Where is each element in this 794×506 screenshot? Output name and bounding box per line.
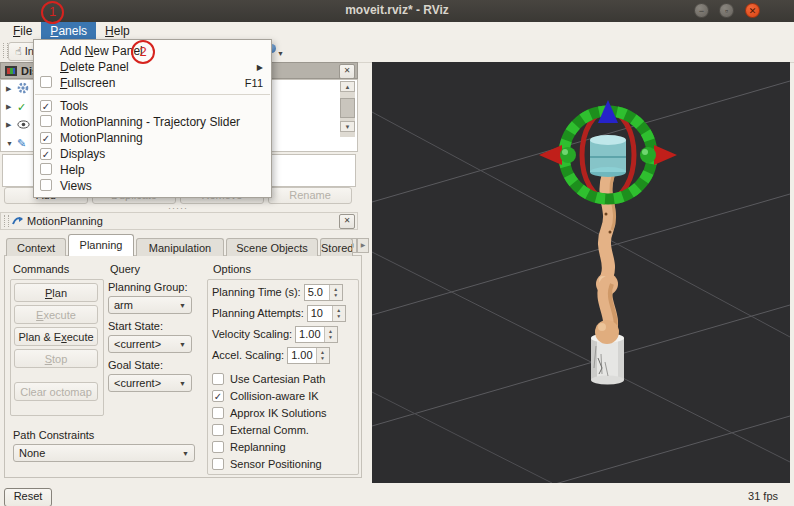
checkbox-label: External Comm.: [230, 424, 309, 436]
minimize-button[interactable]: −: [694, 3, 709, 18]
checkbox-label: Replanning: [230, 441, 286, 453]
toolbar-overflow-icon[interactable]: ▼: [277, 50, 284, 57]
spinner-box[interactable]: 5.0▲▼: [304, 284, 343, 301]
checkbox-replanning[interactable]: Replanning: [212, 438, 354, 455]
execute-button[interactable]: Execute: [14, 305, 98, 324]
checkbox-icon: [40, 76, 52, 88]
scrollbar-thumb[interactable]: [340, 98, 355, 118]
combo-value: <current>: [114, 338, 161, 350]
clear-octomap-button[interactable]: Clear octomap: [14, 382, 98, 401]
tab-scene-objects[interactable]: Scene Objects: [226, 238, 318, 256]
menu-gutter: ✓: [40, 99, 60, 113]
accel-scaling-spinner[interactable]: Accel. Scaling:1.00▲▼: [212, 346, 354, 364]
checkbox-collision-aware-ik[interactable]: ✓Collision-aware IK: [212, 387, 354, 404]
menu-item-motionplanning-trajectory-slider[interactable]: MotionPlanning - Trajectory Slider: [34, 114, 271, 130]
maximize-button[interactable]: ▫: [719, 3, 734, 18]
spinner-box[interactable]: 1.00▲▼: [287, 347, 329, 364]
menu-item-label: Views: [60, 179, 92, 193]
planning-time-s-spinner[interactable]: Planning Time (s):5.0▲▼: [212, 283, 354, 301]
menu-item-label: MotionPlanning: [60, 131, 143, 145]
panel-drag-handle[interactable]: [4, 215, 9, 227]
menu-item-label: Help: [60, 163, 85, 177]
chevron-down-icon: ▼: [179, 380, 186, 387]
checkbox-sensor-positioning[interactable]: Sensor Positioning: [212, 455, 354, 472]
hand-pointer-icon: ☝: [15, 45, 22, 57]
checkbox-use-cartesian-path[interactable]: Use Cartesian Path: [212, 370, 354, 387]
spinner-value: 1.00: [288, 348, 315, 363]
close-button[interactable]: ✕: [745, 3, 760, 18]
menu-item-motionplanning[interactable]: ✓MotionPlanning: [34, 130, 271, 146]
menu-item-tools[interactable]: ✓Tools: [34, 98, 271, 114]
menu-help[interactable]: Help: [96, 22, 139, 40]
menu-item-help[interactable]: Help: [34, 162, 271, 178]
path-constraints-heading: Path Constraints: [13, 429, 94, 441]
checkbox-approx-ik-solutions[interactable]: Approx IK Solutions: [212, 404, 354, 421]
tab-planning[interactable]: Planning: [68, 234, 134, 256]
stop-button[interactable]: Stop: [14, 349, 98, 368]
checkbox-icon[interactable]: [212, 458, 224, 470]
tab-manipulation[interactable]: Manipulation: [136, 238, 224, 256]
tab-context[interactable]: Context: [6, 238, 66, 256]
velocity-scaling-spinner[interactable]: Velocity Scaling:1.00▲▼: [212, 325, 354, 343]
checkbox-icon[interactable]: ✓: [212, 390, 224, 402]
chevron-down-icon: ▼: [179, 341, 186, 348]
fps-counter: 31 fps: [748, 490, 778, 502]
plan-execute-button[interactable]: Plan & Execute: [14, 327, 98, 346]
checkbox-icon: [40, 115, 52, 127]
scrollbar[interactable]: ▲ ▼: [340, 81, 355, 137]
menu-file[interactable]: File: [4, 22, 41, 40]
scroll-up-icon[interactable]: ▲: [340, 81, 355, 92]
motionplanning-panel-title: MotionPlanning: [27, 215, 103, 227]
titlebar[interactable]: moveit.rviz* - RViz − ▫ ✕: [0, 0, 794, 23]
path-constraints-select[interactable]: None ▼: [13, 444, 195, 462]
motionplanning-tabs: ContextPlanningManipulationScene Objects…: [6, 234, 353, 256]
scroll-down-icon[interactable]: ▼: [340, 121, 355, 132]
reset-button[interactable]: Reset: [4, 488, 52, 506]
spinner-box[interactable]: 1.00▲▼: [295, 326, 337, 343]
render-view[interactable]: [372, 62, 790, 483]
menu-item-displays[interactable]: ✓Displays: [34, 146, 271, 162]
goal-state-label: Goal State:: [108, 359, 192, 371]
menu-gutter: ✓: [40, 147, 60, 161]
spinner-value: 10: [308, 306, 332, 321]
check-icon: ✓: [17, 101, 31, 113]
menu-item-fullscreen[interactable]: FullscreenF11: [34, 75, 271, 91]
spinner-arrows-icon[interactable]: ▲▼: [329, 285, 342, 300]
checkbox-icon[interactable]: [212, 441, 224, 453]
spinner-arrows-icon[interactable]: ▲▼: [332, 306, 345, 321]
options-controls: Planning Time (s):5.0▲▼Planning Attempts…: [212, 283, 354, 472]
collapsed-arrow-icon[interactable]: ▶: [6, 85, 17, 93]
tab-stored-scenes[interactable]: Stored Scenes: [320, 238, 353, 256]
rename-button[interactable]: Rename: [268, 187, 352, 204]
spinner-box[interactable]: 10▲▼: [307, 305, 346, 322]
spinner-arrows-icon[interactable]: ▲▼: [316, 348, 329, 363]
menu-item-delete-panel[interactable]: Delete Panel▶: [34, 59, 271, 75]
menu-item-views[interactable]: Views: [34, 178, 271, 194]
checkbox-icon: ✓: [40, 132, 52, 144]
checkbox-icon[interactable]: [212, 424, 224, 436]
spinner-arrows-icon[interactable]: ▲▼: [324, 327, 337, 342]
menubar: FilePanelsHelp: [0, 22, 794, 40]
planning-group-select[interactable]: arm▼: [108, 296, 192, 314]
checkbox-icon: ✓: [40, 100, 52, 112]
checkbox-icon[interactable]: [212, 373, 224, 385]
tab-scroll-right-icon[interactable]: ▶: [357, 238, 369, 253]
collapsed-arrow-icon[interactable]: ▶: [6, 103, 17, 111]
menu-item-label: MotionPlanning - Trajectory Slider: [60, 115, 240, 129]
plan-button[interactable]: Plan: [14, 283, 98, 302]
planning-attempts-spinner[interactable]: Planning Attempts:10▲▼: [212, 304, 354, 322]
checkbox-external-comm[interactable]: External Comm.: [212, 421, 354, 438]
goal-state-select[interactable]: <current>▼: [108, 374, 192, 392]
collapsed-arrow-icon[interactable]: ▶: [6, 121, 17, 129]
displays-close-icon[interactable]: ✕: [339, 64, 355, 79]
expanded-arrow-icon[interactable]: ▼: [6, 140, 17, 147]
checkbox-icon[interactable]: [212, 407, 224, 419]
submenu-arrow-icon: ▶: [257, 63, 263, 72]
menu-item-label: Displays: [60, 147, 105, 161]
motionplanning-close-icon[interactable]: ✕: [339, 214, 355, 229]
menu-panels[interactable]: Panels: [41, 22, 96, 40]
start-state-select[interactable]: <current>▼: [108, 335, 192, 353]
chevron-down-icon: ▼: [182, 450, 189, 457]
eye-icon: [17, 119, 31, 131]
motionplanning-panel-header[interactable]: MotionPlanning: [0, 212, 358, 230]
